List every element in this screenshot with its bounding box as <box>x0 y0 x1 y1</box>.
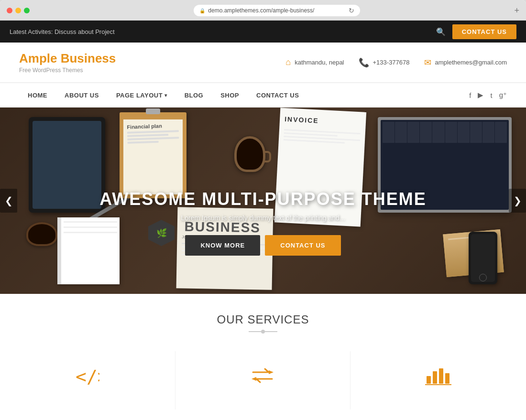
hero-content: AWESOME MULTI-PURPOSE THEME Lorem Ipsum … <box>0 189 526 256</box>
traffic-lights <box>7 8 30 13</box>
code-icon: </> <box>19 366 156 390</box>
site-header: Ample Business Free WordPress Themes ⌂ k… <box>0 43 526 83</box>
youtube-icon[interactable]: ▶ <box>478 91 483 99</box>
twitter-icon[interactable]: t <box>490 91 492 99</box>
nav-about[interactable]: ABOUT US <box>56 83 108 108</box>
location-icon: ⌂ <box>285 57 291 67</box>
traffic-light-red[interactable] <box>7 8 12 13</box>
svg-rect-5 <box>439 368 443 384</box>
divider-line <box>249 331 277 332</box>
top-bar-notice: Latest Activites: Discuss about Project <box>10 28 115 35</box>
refresh-button[interactable]: ↻ <box>349 7 354 14</box>
nav-links: HOME ABOUT US PAGE LAYOUT ▾ BLOG SHOP CO… <box>19 83 307 108</box>
top-bar: Latest Activites: Discuss about Project … <box>0 21 526 43</box>
services-title: OUR SERVICES <box>0 313 526 326</box>
service-item-transfer <box>175 351 351 409</box>
nav-page-layout[interactable]: PAGE LAYOUT ▾ <box>108 83 176 108</box>
nav-contact[interactable]: CONTACT US <box>248 83 307 108</box>
svg-text:</>: </> <box>76 366 99 386</box>
top-bar-right: 🔍 CONTACT US <box>436 24 516 39</box>
slider-arrow-left[interactable]: ❮ <box>0 189 17 213</box>
svg-marker-2 <box>252 377 256 381</box>
hero-slider: Financial plan INVOICE <box>0 108 526 294</box>
email-item: ✉ amplethemes@gmail.com <box>424 57 507 68</box>
traffic-light-yellow[interactable] <box>15 8 21 13</box>
services-section: OUR SERVICES </> <box>0 294 526 420</box>
address-bar[interactable]: 🔒 demo.amplethemes.com/ample-business/ ↻ <box>194 5 360 16</box>
logo-title: Ample Business <box>19 51 116 66</box>
lock-icon: 🔒 <box>199 8 205 13</box>
svg-rect-6 <box>445 373 449 384</box>
services-grid: </> <box>0 351 526 409</box>
exchange-icon <box>195 366 331 390</box>
services-divider <box>0 331 526 332</box>
nav-social: f ▶ t g⁺ <box>469 91 507 99</box>
svg-marker-1 <box>269 370 274 374</box>
browser-window: 🔒 demo.amplethemes.com/ample-business/ ↻… <box>0 0 526 420</box>
facebook-icon[interactable]: f <box>469 91 471 99</box>
know-more-button[interactable]: KNOW MORE <box>185 235 260 256</box>
nav-home[interactable]: HOME <box>19 83 56 108</box>
coffee-cup <box>234 136 265 172</box>
nav-shop[interactable]: SHOP <box>212 83 248 108</box>
phone-text: +133-377678 <box>373 59 410 66</box>
clipboard-paper: Financial plan <box>123 119 183 194</box>
logo-subtitle: Free WordPress Themes <box>19 67 116 74</box>
phone-item: 📞 +133-377678 <box>359 57 410 68</box>
service-item-analytics <box>351 351 526 409</box>
browser-chrome: 🔒 demo.amplethemes.com/ample-business/ ↻… <box>0 0 526 21</box>
clipboard-prop: Financial plan <box>120 112 186 198</box>
email-icon: ✉ <box>424 57 431 68</box>
service-item-digital: </> <box>0 351 175 409</box>
google-plus-icon[interactable]: g⁺ <box>499 91 507 99</box>
hero-subtitle: Lorem Ipsum is simply dummy text of the … <box>0 214 526 222</box>
hero-title: AWESOME MULTI-PURPOSE THEME <box>0 189 526 209</box>
location-text: kathmandu, nepal <box>295 59 344 66</box>
url-text: demo.amplethemes.com/ample-business/ <box>208 7 314 14</box>
slider-arrow-right[interactable]: ❯ <box>509 189 526 213</box>
new-tab-button[interactable]: + <box>514 6 519 15</box>
location-item: ⌂ kathmandu, nepal <box>285 57 344 67</box>
phone-icon: 📞 <box>359 57 369 68</box>
navigation-bar: HOME ABOUT US PAGE LAYOUT ▾ BLOG SHOP CO… <box>0 83 526 108</box>
site-logo: Ample Business Free WordPress Themes <box>19 51 116 74</box>
svg-rect-3 <box>427 376 431 384</box>
header-contact: ⌂ kathmandu, nepal 📞 +133-377678 ✉ ample… <box>285 57 507 68</box>
nav-blog[interactable]: BLOG <box>176 83 212 108</box>
hero-contact-button[interactable]: CONTACT US <box>265 235 340 256</box>
chart-icon <box>370 366 507 390</box>
hero-buttons: KNOW MORE CONTACT US <box>0 235 526 256</box>
email-text: amplethemes@gmail.com <box>435 59 507 66</box>
search-icon[interactable]: 🔍 <box>436 27 446 36</box>
top-contact-us-button[interactable]: CONTACT US <box>452 24 516 39</box>
svg-rect-4 <box>433 371 437 384</box>
traffic-light-green[interactable] <box>24 8 30 13</box>
